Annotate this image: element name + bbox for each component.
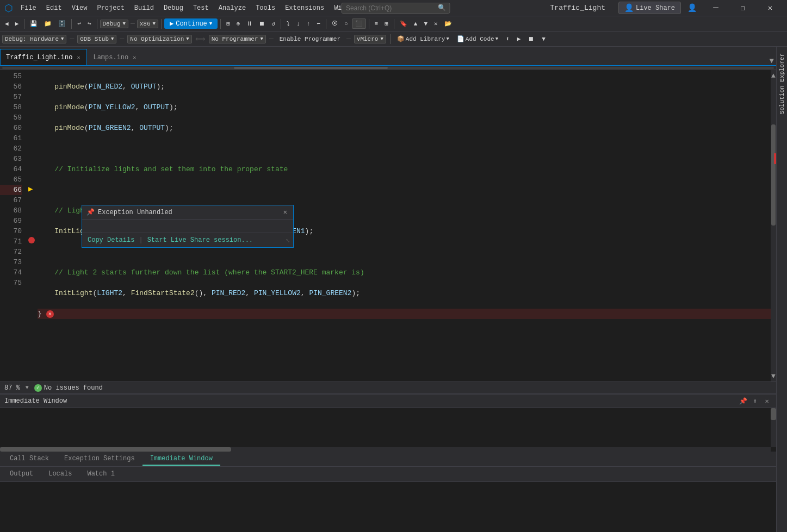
menu-build[interactable]: Build (130, 3, 158, 13)
tab-immediate-window[interactable]: Immediate Window (142, 453, 220, 466)
exception-links: Copy Details | Start Live Share session.… (82, 233, 293, 247)
undo-btn[interactable]: ↩ (75, 19, 84, 28)
tab-traffic-light-close[interactable]: ✕ (76, 54, 81, 61)
arch-dropdown[interactable]: x86 ▼ (137, 20, 158, 28)
scroll-up-btn[interactable]: ▲ (771, 70, 776, 81)
forward-btn[interactable]: ▶ (13, 19, 22, 28)
enable-programmer-btn[interactable]: Enable Programmer (277, 35, 343, 43)
immediate-window-content[interactable] (0, 408, 776, 452)
tab-list-btn[interactable]: ▼ (770, 57, 774, 65)
live-share-button[interactable]: 👤 Live Share (618, 2, 681, 14)
back-btn[interactable]: ◀ (2, 19, 11, 28)
menu-view[interactable]: View (67, 3, 92, 13)
panel-expand-btn[interactable]: ⬆ (750, 396, 760, 406)
step-into-btn[interactable]: ↓ (294, 20, 303, 28)
tab-call-stack[interactable]: Call Stack (2, 453, 57, 466)
menu-edit[interactable]: Edit (42, 3, 66, 13)
more-btn[interactable]: ▼ (539, 35, 548, 43)
tab-exception-settings[interactable]: Exception Settings (57, 453, 142, 466)
programmer-dropdown[interactable]: No Programmer ▼ (209, 35, 266, 43)
pause-btn[interactable]: ⏸ (244, 19, 255, 28)
stop-btn[interactable]: ⏹ (256, 19, 268, 28)
scroll-down-btn[interactable]: ▼ (771, 371, 776, 381)
close-button[interactable]: ✕ (758, 0, 783, 16)
solution-explorer-label[interactable]: Solution Explorer (778, 49, 786, 118)
menu-debug[interactable]: Debug (159, 3, 188, 13)
bottom-section: Immediate Window 📌 ⬆ ✕ (0, 393, 776, 532)
menu-file[interactable]: File (16, 3, 41, 13)
start-live-share-link[interactable]: Start Live Share session... (147, 236, 253, 244)
bm-folder[interactable]: 📂 (442, 19, 455, 28)
upload-btn[interactable]: ⬆ (503, 34, 512, 43)
step-over-btn[interactable]: ⤵ (284, 19, 293, 28)
immediate-window-title: Immediate Window (4, 397, 67, 405)
tab-output[interactable]: Output (2, 468, 41, 481)
scroll-track[interactable] (771, 81, 776, 371)
menu-extensions[interactable]: Extensions (281, 3, 329, 13)
solution-explorer-sidebar: Solution Explorer (776, 47, 787, 532)
debug-hw-dropdown[interactable]: Debug: Hardware ▼ (2, 35, 66, 43)
debug-tool-1[interactable]: ⊞ (224, 19, 233, 28)
code-editor: 55 56 57 58 59 60 61 62 63 64 65 66 67 6… (0, 66, 776, 393)
bottom-tabs-row2: Output Locals Watch 1 (0, 467, 776, 482)
gdb-stub-dropdown[interactable]: GDB Stub ▼ (77, 35, 116, 43)
exception-pin-icon[interactable]: 📌 (86, 208, 95, 216)
tab-locals[interactable]: Locals (41, 468, 79, 481)
open-btn[interactable]: 📁 (41, 19, 54, 28)
panel-pin-btn[interactable]: 📌 (738, 396, 748, 406)
tab-bar: Traffic_Light.ino ✕ Lamps.ino ✕ ▼ (0, 47, 776, 66)
save-all-btn[interactable]: 🗄️ (55, 19, 69, 28)
zoom-level[interactable]: 87 % (4, 384, 20, 392)
search-input[interactable] (341, 3, 450, 14)
vmicro-dropdown[interactable]: vMicro ▼ (354, 35, 386, 43)
panel-close-btn[interactable]: ✕ (762, 396, 772, 406)
bp-tool[interactable]: ⦿ (329, 19, 340, 28)
debug-config-dropdown[interactable]: Debug ▼ (100, 20, 128, 28)
tab-watch1[interactable]: Watch 1 (79, 468, 122, 481)
bm-prev[interactable]: ▲ (411, 20, 420, 28)
bm-next[interactable]: ▼ (421, 20, 430, 28)
continue-button[interactable]: ▶ Continue ▼ (164, 18, 218, 29)
bp-tool-2[interactable]: ○ (342, 20, 351, 28)
run-btn[interactable]: ▶ (515, 34, 524, 43)
sep-t2 (390, 34, 391, 44)
diag-tool-1[interactable]: ≡ (372, 20, 381, 28)
scroll-thumb[interactable] (771, 124, 776, 226)
step-out-btn[interactable]: ↑ (304, 20, 313, 28)
menu-analyze[interactable]: Analyze (214, 3, 250, 13)
save-btn[interactable]: 💾 (27, 19, 40, 28)
person-icon[interactable]: 👤 (683, 2, 701, 14)
immediate-hscrollbar[interactable] (0, 447, 771, 452)
bookmark-btn[interactable]: 🔖 (397, 19, 410, 28)
minimize-button[interactable]: ─ (703, 0, 728, 16)
exception-close-btn[interactable]: ✕ (282, 208, 289, 217)
continue-label: Continue (176, 20, 207, 28)
immediate-hscroll-thumb[interactable] (0, 447, 231, 452)
zoom-dropdown[interactable]: ▼ (26, 385, 29, 391)
restore-button[interactable]: ❐ (730, 0, 755, 16)
menu-project[interactable]: Project (92, 3, 128, 13)
perf-icon[interactable]: ⬛ (352, 18, 366, 29)
menu-tools[interactable]: Tools (251, 3, 280, 13)
add-code-btn[interactable]: 📄 Add Code ▼ (454, 34, 501, 43)
tab-traffic-light[interactable]: Traffic_Light.ino ✕ (0, 49, 87, 65)
step-back-btn[interactable]: ⬅ (314, 19, 323, 28)
copy-details-link[interactable]: Copy Details (88, 236, 134, 244)
debug-tool-2[interactable]: ⊕ (234, 19, 243, 28)
editor-vscrollbar[interactable]: ▲ ▼ (771, 70, 776, 381)
exception-resize-handle[interactable]: ⤡ (286, 237, 290, 244)
bm-clear[interactable]: ✕ (431, 19, 441, 28)
redo-btn[interactable]: ↪ (85, 19, 94, 28)
diag-tool-2[interactable]: ⊞ (382, 19, 391, 28)
immediate-vscrollbar[interactable] (771, 408, 776, 447)
restart-btn[interactable]: ↺ (269, 19, 278, 28)
code-area[interactable]: 55 56 57 58 59 60 61 62 63 64 65 66 67 6… (0, 70, 776, 381)
menu-test[interactable]: Test (189, 3, 213, 13)
add-library-btn[interactable]: 📦 Add Library ▼ (394, 34, 452, 43)
immediate-vscroll-thumb[interactable] (771, 408, 776, 420)
tab-lamps[interactable]: Lamps.ino ✕ (87, 49, 143, 65)
optimization-dropdown[interactable]: No Optimization ▼ (127, 35, 191, 43)
tab-bar-controls: ▼ (770, 57, 776, 65)
serial-btn[interactable]: ⏹ (525, 34, 537, 43)
tab-lamps-close[interactable]: ✕ (132, 54, 137, 61)
